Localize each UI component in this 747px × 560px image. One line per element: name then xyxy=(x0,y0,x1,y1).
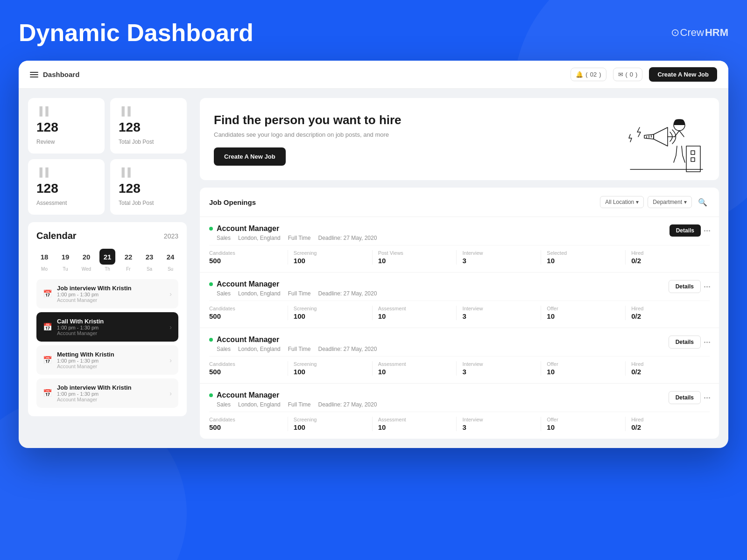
more-dots-job4[interactable] xyxy=(702,395,712,400)
notifications-bell-btn[interactable]: 🔔 (02) xyxy=(571,68,606,81)
job-stat-job3-3: Interview 3 xyxy=(462,361,541,376)
more-dots-job1[interactable] xyxy=(702,228,712,233)
department-filter-btn[interactable]: Department ▾ xyxy=(648,196,692,208)
job-stat-value-job2-3: 3 xyxy=(462,312,535,320)
event-time-evt4: 1:00 pm - 1:30 pm xyxy=(57,391,165,397)
cal-day-20[interactable]: 20 Wed xyxy=(78,249,94,272)
job-stat-value-job4-4: 10 xyxy=(547,423,620,431)
job-meta-job2: Sales London, England Full Time Deadline… xyxy=(209,290,669,297)
logo: ⊙ Crew HRM xyxy=(671,27,728,39)
event-item-evt4[interactable]: 📅 Job interview With Kristin 1:00 pm - 1… xyxy=(36,378,178,408)
cal-day-23[interactable]: 23 Sa xyxy=(141,249,157,272)
details-btn-job4[interactable]: Details xyxy=(669,391,701,404)
details-btn-job2[interactable]: Details xyxy=(669,280,701,293)
job-stat-value-job2-1: 100 xyxy=(294,312,366,320)
job-stat-label-job2-0: Candidates xyxy=(209,306,282,311)
job-stat-label-job1-4: Selected xyxy=(547,250,620,256)
job-stat-label-job4-3: Interview xyxy=(462,417,535,422)
logo-hrm: HRM xyxy=(705,27,728,39)
cal-day-24[interactable]: 24 Su xyxy=(162,249,178,272)
job-stat-value-job3-0: 500 xyxy=(209,368,282,376)
job-stat-value-job2-2: 10 xyxy=(378,312,451,320)
job-stat-value-job3-4: 10 xyxy=(547,368,620,376)
more-dots-job3[interactable] xyxy=(702,340,712,345)
job-stat-label-job2-2: Assessment xyxy=(378,306,451,311)
event-item-evt2[interactable]: 📅 Call With Kristin 1:00 pm - 1:30 pm Ac… xyxy=(36,312,178,342)
job-card-job4: Account Manager Sales London, England Fu… xyxy=(200,384,719,439)
job-stat-job4-5: Hired 0/2 xyxy=(631,417,710,431)
status-dot-job2 xyxy=(209,282,213,286)
cal-day-label-18: Mo xyxy=(41,266,48,272)
filter-row: All Location ▾ Department ▾ 🔍 xyxy=(600,195,710,209)
details-btn-job1[interactable]: Details xyxy=(669,224,701,237)
search-icon-btn[interactable]: 🔍 xyxy=(696,195,710,209)
stat-icon-0: ▐▐ xyxy=(36,106,96,116)
status-dot-job1 xyxy=(209,227,213,231)
event-item-evt3[interactable]: 📅 Metting With Kristin 1:00 pm - 1:30 pm… xyxy=(36,345,178,375)
details-btn-job3[interactable]: Details xyxy=(669,336,701,349)
stat-icon-1: ▐▐ xyxy=(119,106,178,116)
cal-day-num-21: 21 xyxy=(99,249,115,265)
hero-illustration xyxy=(612,111,705,167)
job-stat-value-job1-3: 3 xyxy=(462,257,535,265)
cal-day-num-23: 23 xyxy=(141,249,157,265)
job-stat-value-job1-2: 10 xyxy=(378,257,451,265)
cal-day-21[interactable]: 21 Th xyxy=(99,249,115,272)
job-dept-job3: Sales xyxy=(217,346,231,352)
job-name-row-job4: Account Manager xyxy=(209,391,669,399)
location-chevron-icon: ▾ xyxy=(636,199,639,205)
notifications-mail-btn[interactable]: ✉ (0) xyxy=(613,68,643,81)
event-info-evt2: Call With Kristin 1:00 pm - 1:30 pm Acco… xyxy=(57,318,165,336)
top-nav: Dashboard 🔔 (02) ✉ (0) Create A New Job xyxy=(19,61,728,89)
stat-card-3: ▐▐ 128 Total Job Post xyxy=(110,159,187,215)
more-dots-job2[interactable] xyxy=(702,284,712,289)
stat-card-2: ▐▐ 128 Assessment xyxy=(28,159,105,215)
event-item-evt1[interactable]: 📅 Job interview With Kristin 1:00 pm - 1… xyxy=(36,279,178,308)
job-stat-value-job3-1: 100 xyxy=(294,368,366,376)
event-title-evt3: Metting With Kristin xyxy=(57,351,165,358)
department-chevron-icon: ▾ xyxy=(684,199,687,205)
job-type-job2: Full Time xyxy=(288,290,311,297)
stat-label-2: Assessment xyxy=(36,200,96,206)
job-stat-job2-5: Hired 0/2 xyxy=(631,306,710,320)
job-stat-label-job4-5: Hired xyxy=(631,417,704,422)
cal-day-22[interactable]: 22 Fr xyxy=(120,249,136,272)
job-stat-job2-0: Candidates 500 xyxy=(209,306,288,320)
job-stat-job2-3: Interview 3 xyxy=(462,306,541,320)
event-icon-evt4: 📅 xyxy=(43,389,52,398)
job-name-row-job2: Account Manager xyxy=(209,280,669,288)
cal-day-num-22: 22 xyxy=(120,249,136,265)
create-job-hero-button[interactable]: Create A New Job xyxy=(214,147,286,166)
job-stat-value-job4-0: 500 xyxy=(209,423,282,431)
location-filter-btn[interactable]: All Location ▾ xyxy=(600,196,644,208)
cal-day-19[interactable]: 19 Tu xyxy=(57,249,73,272)
stat-label-0: Review xyxy=(36,139,96,145)
left-panel: ▐▐ 128 Review ▐▐ 128 Total Job Post ▐▐ 1… xyxy=(19,89,196,448)
stat-number-0: 128 xyxy=(36,120,96,135)
right-panel: Find the person you want to hire Candida… xyxy=(196,89,728,448)
job-card-top-job4: Account Manager Sales London, England Fu… xyxy=(209,391,710,408)
job-stat-job1-1: Screening 100 xyxy=(294,250,373,265)
stat-card-1: ▐▐ 128 Total Job Post xyxy=(110,98,187,154)
hamburger-icon[interactable] xyxy=(30,72,38,77)
job-stat-label-job4-4: Offer xyxy=(547,417,620,422)
cal-day-18[interactable]: 18 Mo xyxy=(36,249,52,272)
job-type-job3: Full Time xyxy=(288,346,311,352)
job-location-job1: London, England xyxy=(238,235,281,241)
job-stat-value-job1-5: 0/2 xyxy=(631,257,704,265)
job-type-job4: Full Time xyxy=(288,401,311,408)
job-main-info-job1: Account Manager Sales London, England Fu… xyxy=(209,224,669,241)
job-stat-job2-2: Assessment 10 xyxy=(378,306,457,320)
job-stat-job1-3: Interview 3 xyxy=(462,250,541,265)
create-job-nav-button[interactable]: Create A New Job xyxy=(649,67,717,82)
job-stat-label-job3-5: Hired xyxy=(631,361,704,367)
job-name-row-job1: Account Manager xyxy=(209,224,669,233)
job-stat-value-job1-0: 500 xyxy=(209,257,282,265)
event-info-evt1: Job interview With Kristin 1:00 pm - 1:3… xyxy=(57,285,165,303)
calendar-card: Calendar 2023 18 Mo 19 Tu 20 Wed 21 Th 2… xyxy=(28,222,187,416)
event-time-evt3: 1:00 pm - 1:30 pm xyxy=(57,358,165,364)
svg-rect-3 xyxy=(691,158,695,161)
event-icon-evt3: 📅 xyxy=(43,356,52,364)
job-stats-job4: Candidates 500 Screening 100 Assessment … xyxy=(209,412,710,431)
hero-text: Find the person you want to hire Candida… xyxy=(214,113,402,166)
